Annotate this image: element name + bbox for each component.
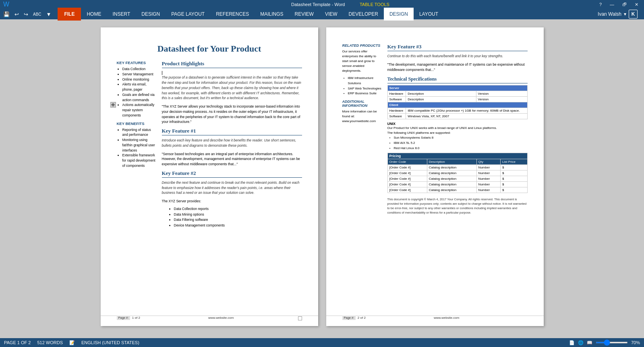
unix-text: Our Product for UNIX works with a broad … (387, 126, 528, 131)
table-cell: [Order Code #] (387, 176, 427, 181)
additional-info-text: More information can be found at: www.yo… (342, 109, 383, 124)
tab-developer[interactable]: DEVELOPER (343, 8, 384, 21)
list-item: Data Collection (122, 66, 157, 72)
th-list-price: List Price (501, 159, 527, 164)
page1-left-col: KEY FEATURES Data Collection Server Mana… (117, 60, 157, 231)
restore-button[interactable]: 🗗 (620, 2, 629, 7)
tab-design-active[interactable]: DESIGN (384, 8, 414, 21)
table-cell: [Order Code #] (387, 170, 427, 176)
table-cell: Version (476, 91, 527, 97)
list-item: Sun Microsystems Solaris 8 (394, 135, 528, 141)
table-cell: Description (406, 97, 476, 102)
document-area: Datasheet for Your Product ✛ KEY FEATURE… (0, 19, 644, 334)
close-button[interactable]: ✕ (632, 2, 641, 7)
quick-access-toolbar: 💾 ↩ ↪ ABC ▼ FILE HOME INSERT DESIGN PAGE… (0, 9, 644, 19)
table-cell: Number (476, 176, 500, 181)
table-cell: [Order Code #] (387, 181, 427, 187)
tab-page-layout[interactable]: PAGE LAYOUT (166, 8, 210, 21)
key-benefits-list: Reporting of status and performance Moni… (117, 127, 157, 168)
customize-button[interactable]: ▼ (45, 10, 53, 18)
footer-website: www.website.com (434, 316, 460, 320)
help-button[interactable]: ? (597, 2, 604, 7)
table-cell: $ (501, 176, 527, 181)
page2-right-col: Key Feature #3 Continue to do this with … (387, 44, 528, 215)
table-cell: [Order Code #] (387, 164, 427, 170)
table-cell: Catalog description (427, 187, 476, 193)
additional-info-title: ADDITIONAL INFORMATION (342, 100, 383, 108)
table-cell: IBM compatible PC (2Ghz processor +) 1GB… (406, 108, 527, 114)
page-resize-handle[interactable] (298, 316, 302, 320)
table-cell: Software (387, 114, 406, 119)
key-features-title: KEY FEATURES (117, 60, 157, 65)
tab-home[interactable]: HOME (81, 8, 107, 21)
feature2-text: The XYZ Server provides: (162, 199, 302, 204)
list-item: Actions automatically repair system comp… (122, 102, 157, 118)
th-qty: Qty (476, 159, 500, 164)
related-products-title: RELATED PRODUCTS (342, 44, 383, 48)
page2-footer: Page #: 2 of 2 www.website.com (326, 316, 544, 320)
table-cell: Catalog description (427, 170, 476, 176)
tab-mailings[interactable]: MAILINGS (255, 8, 289, 21)
window-controls[interactable]: ? — 🗗 ✕ (597, 2, 641, 7)
list-item: Reporting of status and performance (122, 127, 157, 138)
table-cell: Hardware (387, 91, 406, 97)
tab-layout[interactable]: LAYOUT (414, 8, 444, 21)
unix-platforms-list: Sun Microsystems Solaris 8 IBM AIX 5L 5.… (387, 135, 528, 151)
ribbon-tabs: FILE HOME INSERT DESIGN PAGE LAYOUT REFE… (58, 9, 642, 19)
page2-left-col: RELATED PRODUCTS Our services offer ente… (342, 44, 383, 215)
list-item: IBM Infrastructure Solutions (348, 76, 383, 86)
related-products-list: IBM Infrastructure Solutions SAP Web Tec… (342, 76, 383, 96)
tab-review[interactable]: REVIEW (289, 8, 319, 21)
tab-references[interactable]: REFERENCES (210, 8, 255, 21)
user-dropdown-icon[interactable]: ▾ (624, 11, 626, 17)
footer-page-label: Page #: 2 of 2 (342, 316, 366, 320)
page-title: Datasheet for Your Product (117, 44, 302, 54)
list-item: Data Mining options (174, 212, 302, 218)
feature1-intro: Introduce each key feature and describe … (162, 138, 302, 148)
table-cell: $ (501, 181, 527, 187)
list-item: Device Management components (174, 223, 302, 229)
save-button[interactable]: 💾 (2, 10, 11, 18)
key-benefits-title: KEY BENEFITS (117, 121, 157, 126)
kf3-intro: Continue to do this with each feature/be… (387, 54, 528, 59)
tab-design[interactable]: DESIGN (136, 8, 166, 21)
undo-button[interactable]: ↩ (13, 10, 21, 18)
pricing-table: Pricing Order Code Description Qty List … (387, 153, 528, 193)
page-2: RELATED PRODUCTS Our services offer ente… (326, 27, 544, 326)
list-item: Monitoring using fat/thin graphical user… (122, 137, 157, 153)
table-cell: Number (476, 170, 500, 176)
user-name: Ivan Walsh (598, 11, 621, 17)
list-item: Goals are defined via action commands (122, 92, 157, 103)
footer-website: www.website.com (208, 316, 234, 320)
feature2-heading: Key Feature #2 (162, 170, 302, 178)
table-cell: Version (476, 97, 527, 102)
unix-title: UNIX (387, 122, 528, 126)
copyright-text: This document is copyright © March 4, 20… (387, 197, 528, 215)
table-move-handle[interactable]: ✛ (110, 102, 116, 108)
kf3-quote: "The development, management and mainten… (387, 62, 528, 73)
redo-button[interactable]: ↪ (22, 10, 30, 18)
spell-check-button[interactable]: ABC (31, 11, 43, 17)
list-item: ERP Business Suite (348, 91, 383, 96)
list-item: Data Collection reports (174, 206, 302, 212)
table-cell: Catalog description (427, 181, 476, 187)
tab-file[interactable]: FILE (58, 8, 81, 21)
document-title: Datasheet Template - Word (291, 2, 345, 7)
minimize-button[interactable]: — (607, 2, 617, 7)
feature2-bullets: Data Collection reports Data Mining opti… (162, 206, 302, 228)
user-menu[interactable]: Ivan Walsh ▾ K (593, 10, 642, 19)
feature1-text: "Sensor based technologies are an integr… (162, 152, 302, 167)
title-bar-left: W (3, 1, 84, 8)
table-cell: Catalog description (427, 176, 476, 181)
unix-section: UNIX Our Product for UNIX works with a b… (387, 122, 528, 151)
product-highlights-quote: "The XYZ Server allows your technology s… (162, 104, 302, 125)
table-cell: Hardware (387, 108, 406, 114)
tab-insert[interactable]: INSERT (107, 8, 136, 21)
tab-view[interactable]: VIEW (319, 8, 343, 21)
cursor (162, 71, 162, 75)
footer-page-label: Page #: 1 of 2 (117, 316, 140, 320)
server-table: Server Hardware Description Version Soft… (387, 85, 528, 119)
table-cell: [Order Code #] (387, 187, 427, 193)
page2-content: RELATED PRODUCTS Our services offer ente… (342, 44, 528, 215)
list-item: Alerts via email, phone, pager (122, 82, 157, 92)
